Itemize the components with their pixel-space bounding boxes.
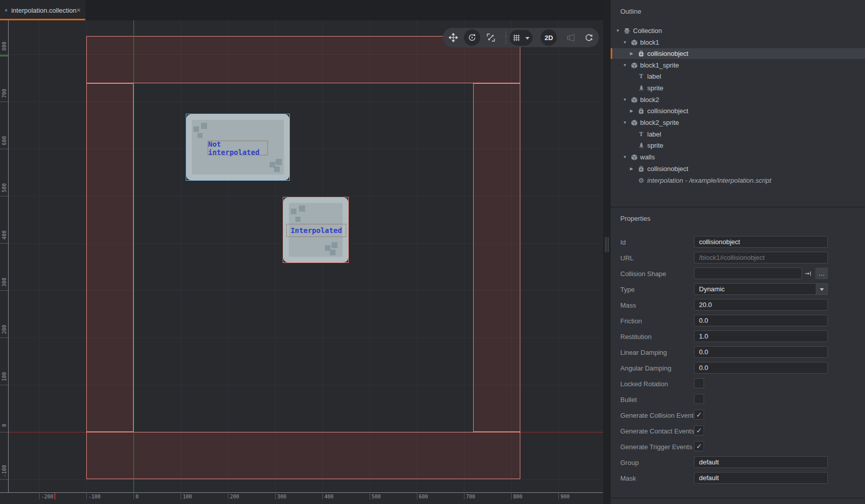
tree-item-collisionobject[interactable]: ▶ collisionobject xyxy=(611,106,865,116)
outline-section-title: Outline xyxy=(620,8,641,15)
prop-label-mask: Mask xyxy=(620,475,636,482)
grid-dropdown-caret[interactable] xyxy=(522,30,533,46)
expander-icon[interactable]: ▶ xyxy=(630,166,637,171)
ruler-bottom-label: 400 xyxy=(324,494,334,499)
rotate-tool-button[interactable] xyxy=(464,29,480,46)
ruler-left-label: 800 xyxy=(2,42,7,51)
ruler-bottom-label: -200 xyxy=(41,494,53,499)
friction-field[interactable]: 0.0 xyxy=(694,315,828,326)
expander-icon[interactable]: ▶ xyxy=(630,51,637,56)
ruler-left-label: 500 xyxy=(2,183,7,192)
tree-item-block2-sprite[interactable]: ▼ block2_sprite xyxy=(611,117,865,128)
mask-field[interactable]: default xyxy=(694,472,828,484)
restitution-field[interactable]: 1.0 xyxy=(694,330,828,342)
tree-item-script[interactable]: ⚙ interpolation - /example/interpolation… xyxy=(611,175,865,186)
generate-collision-events-checkbox[interactable]: ✓ xyxy=(694,410,704,420)
sprite-decor-square xyxy=(330,250,336,255)
browse-resource-button[interactable]: … xyxy=(815,267,828,279)
id-field[interactable]: collisionobject xyxy=(694,236,828,248)
prop-label-collision-shape: Collision Shape xyxy=(620,270,666,278)
tree-item-block2[interactable]: ▼ block2 xyxy=(611,94,865,105)
tree-item-label[interactable]: T label xyxy=(611,129,865,140)
block-interpolated[interactable]: Interpolated xyxy=(283,197,349,263)
section-divider xyxy=(611,497,865,498)
open-resource-icon[interactable] xyxy=(803,268,814,279)
check-icon: ✓ xyxy=(696,426,702,434)
ruler-left xyxy=(8,20,9,492)
refresh-button[interactable] xyxy=(581,29,597,46)
tree-item-label[interactable]: T label xyxy=(611,71,865,82)
ruler-bottom-label: 500 xyxy=(372,494,381,499)
collision-shape-field[interactable] xyxy=(694,267,802,279)
tree-item-walls[interactable]: ▼ walls xyxy=(611,152,865,162)
group-field[interactable]: default xyxy=(694,456,828,468)
panel-splitter[interactable] xyxy=(603,0,611,504)
prop-label-id: Id xyxy=(620,239,626,246)
move-tool-button[interactable] xyxy=(445,29,461,46)
ruler-bottom-label: -100 xyxy=(88,494,101,499)
ruler-left-label: 600 xyxy=(2,136,7,145)
bullet-checkbox[interactable] xyxy=(694,394,704,404)
tab-close-icon[interactable]: × xyxy=(77,6,81,14)
right-panel: Outline ▼ Collection ▼ block1 ▶ collisio… xyxy=(611,0,865,504)
url-field: /block1#collisionobject xyxy=(694,252,828,263)
expander-icon[interactable]: ▼ xyxy=(616,28,622,33)
sprite-decor-square xyxy=(274,166,280,172)
generate-contact-events-checkbox[interactable]: ✓ xyxy=(694,425,704,435)
tab-interpolation-collection[interactable]: interpolation.collection × xyxy=(0,0,85,20)
scale-tool-button[interactable] xyxy=(483,29,499,46)
2d-mode-label: 2D xyxy=(545,34,553,42)
sprite-icon xyxy=(637,142,646,149)
ruler-cursor-marker-y xyxy=(0,55,8,56)
label-icon: T xyxy=(637,130,646,138)
tab-title: interpolation.collection xyxy=(11,7,77,14)
locked-rotation-checkbox[interactable] xyxy=(694,378,704,388)
tree-item-collisionobject[interactable]: ▶ collisionobject xyxy=(611,163,865,174)
type-dropdown-button[interactable] xyxy=(816,283,828,295)
expander-icon[interactable]: ▼ xyxy=(623,63,629,68)
tree-item-collisionobject[interactable]: ▶ collisionobject xyxy=(611,48,865,59)
grid-toggle-icon[interactable] xyxy=(509,30,523,46)
sprite-decor-square xyxy=(295,217,301,222)
collection-icon xyxy=(622,27,631,35)
frustum-culling-button[interactable] xyxy=(562,29,579,46)
tree-item-block1[interactable]: ▼ block1 xyxy=(611,37,865,48)
ruler-left-label: 700 xyxy=(2,89,7,98)
tree-item-sprite[interactable]: sprite xyxy=(611,83,865,93)
tree-item-block1-sprite[interactable]: ▼ block1_sprite xyxy=(611,60,865,71)
grid-line xyxy=(228,20,228,492)
grid-line xyxy=(558,20,559,492)
expander-icon[interactable]: ▶ xyxy=(630,109,637,113)
wall-bottom[interactable] xyxy=(86,432,520,479)
block-not-interpolated[interactable]: Not interpolated xyxy=(186,114,290,181)
expander-icon[interactable]: ▼ xyxy=(623,97,629,102)
wall-right[interactable] xyxy=(473,83,520,432)
section-divider xyxy=(611,207,865,208)
angular-damping-field[interactable]: 0.0 xyxy=(694,362,828,374)
expander-icon[interactable]: ▼ xyxy=(623,120,629,125)
expander-icon[interactable]: ▼ xyxy=(623,155,629,159)
mass-field[interactable]: 20.0 xyxy=(694,299,828,311)
tree-item-sprite[interactable]: sprite xyxy=(611,140,865,151)
generate-trigger-events-checkbox[interactable]: ✓ xyxy=(694,441,704,451)
move-icon xyxy=(449,33,458,42)
type-dropdown[interactable]: Dynamic xyxy=(694,283,828,295)
ruler-bottom-label: 600 xyxy=(419,494,428,499)
scene-viewport[interactable]: Not interpolated Interpolated 800 700 60… xyxy=(0,0,603,504)
collision-object-icon xyxy=(637,107,646,115)
script-gear-icon: ⚙ xyxy=(637,177,646,184)
prop-label-url: URL xyxy=(620,254,634,262)
wall-left[interactable] xyxy=(86,83,134,432)
game-object-icon xyxy=(629,154,639,161)
expander-icon[interactable]: ▼ xyxy=(623,40,629,45)
block-label-text: Interpolated xyxy=(290,226,342,234)
block-label: Interpolated xyxy=(286,224,346,237)
linear-damping-field[interactable]: 0.0 xyxy=(694,346,828,358)
tree-item-collection[interactable]: ▼ Collection xyxy=(611,25,865,36)
rotate-icon xyxy=(468,33,477,42)
ruler-bottom-label: 100 xyxy=(183,494,192,499)
grid-line xyxy=(464,20,464,492)
ruler-left-label: 400 xyxy=(2,230,7,240)
ruler-bottom-label: 0 xyxy=(136,494,139,499)
2d-mode-button[interactable]: 2D xyxy=(541,29,557,46)
